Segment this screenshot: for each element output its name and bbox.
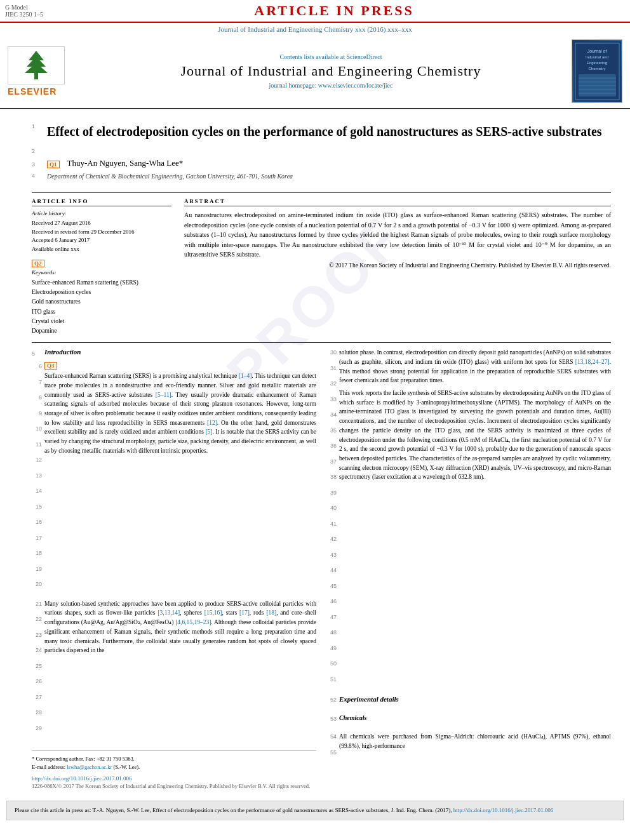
info-abstract-section: ARTICLE INFO Article history: Received 2… — [32, 192, 611, 336]
accepted-date: Accepted 6 January 2017 — [32, 236, 171, 245]
elsevier-brand: ELSEVIER — [8, 86, 77, 97]
citation-box: Please cite this article in press as: T.… — [6, 801, 624, 821]
article-in-press-label: ARTICLE IN PRESS — [43, 3, 625, 19]
history-label: Article history: — [32, 210, 171, 217]
keyword-6: Dopamine — [32, 326, 171, 336]
q3-badge: Q3 — [44, 362, 57, 370]
footnote-email: E-mail address: lswha@gachon.ac.kr (S.-W… — [32, 763, 316, 771]
keyword-2: Electrodeposition cycles — [32, 288, 171, 297]
article-info-header: ARTICLE INFO — [32, 198, 171, 206]
available-date: Available online xxx — [32, 245, 171, 254]
svg-text:Chemistry: Chemistry — [588, 67, 605, 70]
journal-main-title: Journal of Industrial and Engineering Ch… — [90, 63, 572, 79]
body-right-col: 30 31 32 33 34 35 36 37 38 39 40 41 42 4… — [326, 348, 611, 789]
abstract-text: Au nanostructures electrodeposited on am… — [184, 210, 611, 260]
keywords-section: Q2 Keywords: Surface-enhanced Raman scat… — [32, 260, 171, 336]
authors: Thuy-An Nguyen, Sang-Wha Lee* — [67, 158, 184, 168]
keywords-label: Keywords: — [32, 269, 171, 276]
right-paragraph-2: This work reports the facile synthesis o… — [339, 389, 611, 482]
introduction-title: Introduction — [44, 348, 81, 356]
line-num-4: 4 — [32, 173, 42, 179]
model-label: G Model JIEC 3250 1–5 — [5, 4, 43, 18]
footnote-corresponding: * Corresponding author. Fax: +82 31 750 … — [32, 755, 316, 763]
keyword-5: Crystal violet — [32, 317, 171, 326]
line-num-2: 2 — [32, 148, 42, 154]
svg-text:Engineering: Engineering — [586, 61, 607, 65]
chemicals-title: Chemicals — [339, 714, 366, 721]
issn-line: 1226-086X/© 2017 The Korean Society of I… — [32, 783, 316, 789]
footnote-area: * Corresponding author. Fax: +82 31 750 … — [32, 750, 316, 771]
top-banner: G Model JIEC 3250 1–5 ARTICLE IN PRESS — [0, 0, 630, 23]
intro-paragraph-2: Many solution-based synthetic approaches… — [44, 599, 316, 655]
body-left-col: 5 Introduction 6 7 8 9 10 11 12 13 14 15… — [32, 348, 316, 789]
line-num-5: 5 — [32, 350, 42, 357]
line-num-1: 1 — [32, 123, 42, 130]
q2-badge: Q2 — [32, 260, 44, 267]
revised-date: Received in revised form 29 December 201… — [32, 228, 171, 237]
article-info-col: ARTICLE INFO Article history: Received 2… — [32, 198, 171, 336]
article-title: Effect of electrodeposition cycles on th… — [47, 123, 602, 140]
logo-image — [8, 46, 65, 84]
contents-line: Contents lists available at ScienceDirec… — [90, 53, 572, 60]
journal-cover-image: Journal of Industrial and Engineering Ch… — [572, 39, 622, 103]
main-content: 1 Effect of electrodeposition cycles on … — [0, 109, 630, 796]
journal-header: ELSEVIER Contents lists available at Sci… — [0, 34, 630, 109]
right-paragraph-1: solution phase. In contrast, electrodepo… — [339, 348, 611, 385]
copyright-text: © 2017 The Korean Society of Industrial … — [184, 262, 611, 269]
body-section: 5 Introduction 6 7 8 9 10 11 12 13 14 15… — [32, 342, 611, 789]
experimental-title: Experimental details — [339, 695, 399, 703]
abstract-col: ABSTRACT Au nanostructures electrodeposi… — [184, 198, 611, 336]
svg-text:Industrial and: Industrial and — [585, 55, 608, 59]
journal-homepage: journal homepage: www.elsevier.com/locat… — [90, 82, 572, 89]
intro-paragraph-1: Surface-enhanced Raman scattering (SERS)… — [44, 371, 316, 455]
keyword-1: Surface-enhanced Raman scattering (SERS) — [32, 278, 171, 288]
abstract-header: ABSTRACT — [184, 198, 611, 206]
elsevier-logo: ELSEVIER — [8, 46, 77, 97]
journal-subtitle: Journal of Industrial and Engineering Ch… — [0, 23, 630, 34]
keyword-3: Gold nanostructures — [32, 297, 171, 307]
keyword-4: ITO glass — [32, 307, 171, 317]
article-title-section: 1 Effect of electrodeposition cycles on … — [32, 116, 611, 192]
doi-line[interactable]: http://dx.doi.org/10.1016/j.jiec.2017.01… — [32, 775, 316, 782]
cite-doi-link[interactable]: http://dx.doi.org/10.1016/j.jiec.2017.01… — [453, 807, 554, 813]
q1-badge: Q1 — [47, 161, 60, 168]
line-num-3: 3 — [32, 161, 42, 168]
svg-text:Journal of: Journal of — [587, 49, 607, 53]
affiliation: Department of Chemical & Biochemical Eng… — [47, 173, 293, 180]
chemicals-text: All chemicals were purchased from Sigma–… — [339, 732, 611, 750]
received-date: Received 27 August 2016 — [32, 219, 171, 228]
journal-title-block: Contents lists available at ScienceDirec… — [90, 53, 572, 89]
